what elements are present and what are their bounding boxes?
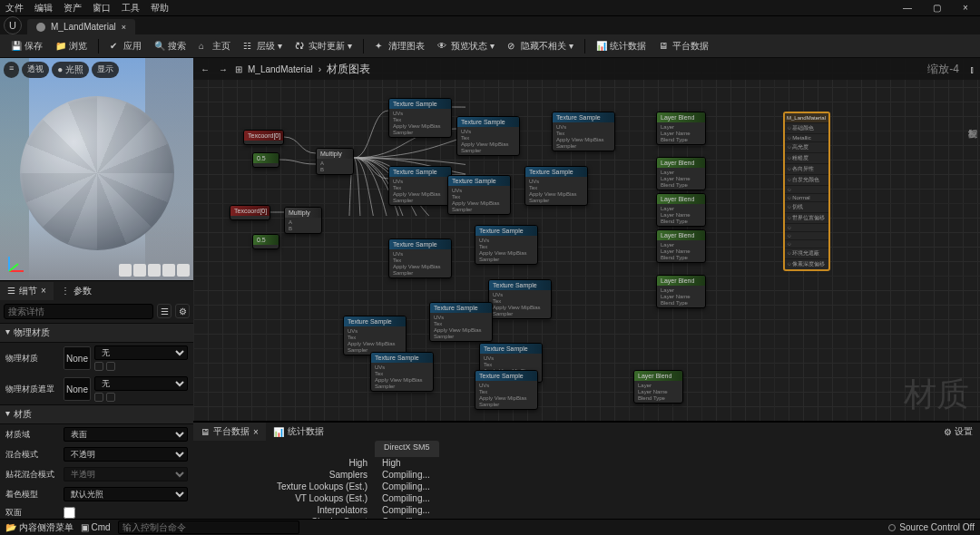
node-texture-sample[interactable]: Texture SampleUVsTexApply View MipBiasSa…: [475, 370, 538, 410]
vp-mode-lit[interactable]: ● 光照: [52, 62, 89, 78]
close-icon[interactable]: ×: [41, 286, 46, 296]
category-material[interactable]: ▾材质: [0, 404, 193, 424]
asset-thumb[interactable]: None: [64, 377, 91, 401]
node-texture-sample[interactable]: Texture SampleUVsTexApply View MipBiasSa…: [388, 166, 452, 206]
node-texcoord[interactable]: Texcoord[0]: [230, 205, 270, 220]
browse-to-icon[interactable]: [106, 393, 115, 402]
crumb-leaf[interactable]: 材质图表: [327, 62, 370, 77]
sidebar-toggle-icon[interactable]: ⫿: [970, 64, 975, 74]
document-tab[interactable]: M_LandMaterial ×: [27, 19, 135, 34]
preview-button[interactable]: 👁预览状态▾: [432, 37, 500, 55]
clean-graph-button[interactable]: ✦清理图表: [369, 37, 430, 55]
material-domain-select[interactable]: 表面: [64, 427, 188, 442]
apply-button[interactable]: ✔应用: [104, 37, 147, 55]
node-multiply[interactable]: MultiplyAB: [284, 207, 322, 234]
tab-details[interactable]: ☰细节×: [0, 282, 54, 300]
close-icon[interactable]: ×: [253, 427, 259, 437]
node-const[interactable]: 0.5: [252, 152, 279, 168]
graph-canvas[interactable]: Texcoord[0]Texcoord[0]0.50.5MultiplyABMu…: [193, 80, 980, 421]
node-layer-blend[interactable]: Layer BlendLayerLayer NameBlend Type: [656, 112, 706, 145]
hierarchy-button[interactable]: ☷层级▾: [238, 37, 288, 55]
preview-viewport[interactable]: ≡ 透视 ● 光照 显示: [0, 58, 193, 280]
stats-button[interactable]: 📊统计数据: [591, 37, 652, 55]
gear-icon: ⚙: [944, 427, 952, 437]
vp-mode-perspective[interactable]: 透视: [22, 62, 49, 78]
node-layer-blend[interactable]: Layer BlendLayerLayer NameBlend Type: [633, 370, 683, 404]
shader-platform-tab[interactable]: DirectX SM5: [375, 441, 439, 457]
minimize-button[interactable]: —: [898, 3, 916, 13]
node-multiply[interactable]: MultiplyAB: [316, 148, 354, 175]
two-sided-checkbox[interactable]: [64, 507, 75, 519]
use-selected-icon[interactable]: [94, 393, 103, 402]
ue-logo-icon: U: [4, 16, 22, 34]
graph-root-icon[interactable]: ⊞: [235, 64, 242, 74]
node-texture-sample[interactable]: Texture SampleUVsTexApply View MipBiasSa…: [456, 116, 520, 156]
shading-model-select[interactable]: 默认光照: [64, 487, 188, 501]
phys-material-mask-select[interactable]: 无: [94, 376, 188, 391]
node-texture-sample[interactable]: Texture SampleUVsTexApply View MipBiasSa…: [429, 302, 493, 342]
node-texcoord[interactable]: Texcoord[0]: [243, 130, 284, 145]
node-layer-blend[interactable]: Layer BlendLayerLayer NameBlend Type: [656, 193, 706, 227]
stats-settings-button[interactable]: ⚙设置: [944, 425, 973, 438]
use-selected-icon[interactable]: [94, 362, 103, 371]
node-texture-sample[interactable]: Texture SampleUVsTexApply View MipBiasSa…: [343, 316, 407, 355]
details-gear-icon[interactable]: ⚙: [175, 304, 190, 318]
node-texture-sample[interactable]: Texture SampleUVsTexApply View MipBiasSa…: [475, 225, 538, 265]
node-texture-sample[interactable]: Texture SampleUVsTexApply View MipBiasSa…: [388, 98, 452, 138]
crumb-root[interactable]: M_LandMaterial: [248, 64, 313, 74]
hide-unrelated-button[interactable]: ⊘隐藏不相关▾: [502, 37, 579, 55]
node-texture-sample[interactable]: Texture SampleUVsTexApply View MipBiasSa…: [552, 112, 615, 151]
source-control-status[interactable]: Source Control Off: [888, 522, 975, 532]
vp-shape-plane[interactable]: [148, 264, 161, 277]
node-texture-sample[interactable]: Texture SampleUVsTexApply View MipBiasSa…: [370, 352, 434, 392]
search-button[interactable]: 🔍搜索: [149, 37, 191, 55]
blend-mode-select[interactable]: 不透明: [64, 447, 188, 462]
node-texture-sample[interactable]: Texture SampleUVsTexApply View MipBiasSa…: [447, 175, 511, 215]
menu-asset[interactable]: 资产: [64, 2, 82, 15]
vp-shape-cylinder[interactable]: [119, 264, 132, 277]
platform-stats-button[interactable]: 🖥平台数据: [653, 37, 714, 55]
node-texture-sample[interactable]: Texture SampleUVsTexApply View MipBiasSa…: [488, 279, 552, 319]
details-search-input[interactable]: [4, 304, 153, 319]
menu-window[interactable]: 窗口: [93, 2, 111, 15]
nav-fwd-button[interactable]: →: [217, 64, 230, 74]
category-phys-material[interactable]: ▾物理材质: [0, 323, 193, 343]
tab-stats[interactable]: 📊统计数据: [266, 423, 331, 441]
browse-button[interactable]: 📁浏览: [50, 37, 93, 55]
vp-menu-icon[interactable]: ≡: [4, 62, 19, 78]
content-drawer-button[interactable]: 📂 内容侧滑菜单: [5, 521, 74, 534]
phys-material-select[interactable]: 无: [94, 345, 188, 360]
home-button[interactable]: ⌂主页: [193, 37, 236, 55]
maximize-button[interactable]: ▢: [927, 3, 946, 13]
vp-shape-mesh[interactable]: [177, 264, 190, 277]
asset-thumb[interactable]: None: [64, 346, 91, 370]
prop-label: 混合模式: [5, 449, 60, 461]
nav-back-button[interactable]: ←: [199, 64, 211, 74]
live-update-button[interactable]: 🗘实时更新▾: [289, 37, 358, 55]
browse-to-icon[interactable]: [106, 362, 115, 371]
node-texture-sample[interactable]: Texture SampleUVsTexApply View MipBiasSa…: [388, 238, 452, 278]
details-filter-icon[interactable]: ☰: [157, 304, 172, 318]
node-material-result[interactable]: M_LandMaterial○ 基础颜色○ Metallic○ 高光度○ 粗糙度…: [783, 112, 830, 271]
tab-params[interactable]: ⋮参数: [54, 282, 99, 300]
node-layer-blend[interactable]: Layer BlendLayerLayer NameBlend Type: [656, 157, 706, 190]
vp-shape-sphere[interactable]: [133, 264, 146, 277]
node-const[interactable]: 0.5: [252, 234, 279, 249]
chevron-down-icon: ▾: [5, 408, 10, 421]
node-layer-blend[interactable]: Layer BlendLayerLayer NameBlend Type: [656, 275, 706, 308]
menu-tools[interactable]: 工具: [122, 2, 140, 15]
prop-label: 贴花混合模式: [5, 469, 60, 481]
menu-file[interactable]: 文件: [5, 2, 24, 15]
vp-shape-cube[interactable]: [162, 264, 175, 277]
save-button[interactable]: 💾保存: [5, 37, 48, 55]
vp-show-button[interactable]: 显示: [92, 62, 119, 78]
menu-help[interactable]: 帮助: [151, 2, 169, 15]
node-layer-blend[interactable]: Layer BlendLayerLayer NameBlend Type: [656, 229, 706, 263]
console-input[interactable]: [118, 520, 299, 534]
close-button[interactable]: ×: [956, 3, 975, 13]
tab-close-icon[interactable]: ×: [122, 23, 126, 32]
menu-edit[interactable]: 编辑: [34, 2, 53, 15]
stat-row-label: Texture Lookups (Est.): [193, 481, 368, 492]
node-texture-sample[interactable]: Texture SampleUVsTexApply View MipBiasSa…: [524, 166, 588, 206]
tab-platform-stats[interactable]: 🖥平台数据×: [193, 423, 266, 441]
